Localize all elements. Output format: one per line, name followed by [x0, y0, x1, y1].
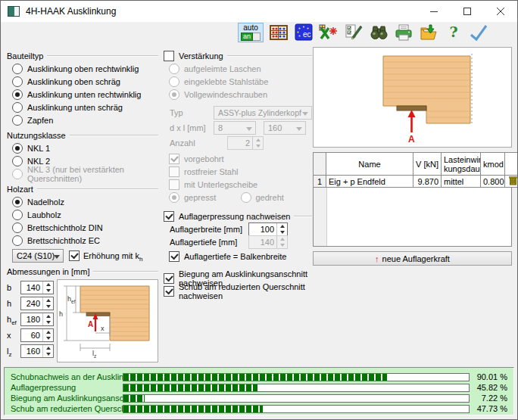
edit-checklist-button[interactable] [344, 23, 364, 42]
radio-bsh-ec[interactable]: Brettschichtholz EC [7, 234, 158, 247]
lz-label: lz [92, 350, 96, 359]
import-button[interactable] [419, 23, 438, 42]
eurocode-button[interactable]: ec [294, 23, 314, 42]
cell-name[interactable]: Eig + p Endfeld [326, 176, 413, 188]
cell-kmod[interactable]: 0.800 [481, 176, 505, 188]
hef-spinner[interactable]: 180 [20, 313, 54, 326]
radio-laubholz[interactable]: Laubholz [7, 208, 158, 221]
result-label: Biegung am Ausklinkungsanschnitt [11, 394, 121, 403]
close-button[interactable] [484, 1, 517, 22]
spin-value: 160 [21, 345, 42, 357]
checkbox-tiefe-balkenbreite[interactable]: Auflagertiefe = Balkenbreite [164, 250, 312, 263]
new-support-load-button[interactable]: ↑ neue Auflagerkraft [313, 251, 512, 266]
window-title: 4H-HAAK Ausklinkung [26, 6, 417, 17]
radio-icon [12, 102, 23, 113]
field-label: lz [7, 347, 20, 356]
col-header-dauer: Lasteinwir- kungsdauer [442, 153, 481, 176]
spin-buttons[interactable] [276, 223, 287, 235]
b-spinner[interactable]: 140 [20, 281, 54, 294]
spin-value: 180 [21, 313, 42, 325]
toggle-slot [253, 33, 261, 41]
search-button[interactable] [369, 23, 388, 42]
spin-buttons[interactable] [42, 329, 53, 341]
minimize-button[interactable] [417, 1, 451, 22]
results-panel: Schubnachweis an der Ausklinkung 90.01 %… [4, 367, 514, 415]
table-row[interactable]: 1 Eig + p Endfeld 9.870 mittel 0.800 [314, 176, 518, 188]
radio-icon [169, 64, 179, 74]
radio-ausklinkung-unten-schraeg[interactable]: Ausklinkung unten schräg [7, 101, 158, 114]
help-button[interactable]: ? [444, 23, 463, 42]
field-hef: hef 180 [7, 311, 54, 327]
confirm-check-icon [469, 23, 488, 42]
radio-bsh-din[interactable]: Brettschichtholz DIN [7, 221, 158, 234]
radio-label: Zapfen [27, 116, 53, 125]
field-h: h 240 [7, 295, 54, 311]
auflagerpressung-checkbox[interactable]: Auflagerpressung nachweisen [164, 211, 290, 222]
maximize-button[interactable] [451, 1, 484, 22]
radio-label: Nadelholz [27, 198, 64, 207]
field-lz: lz 160 [7, 343, 54, 359]
folder-import-icon [420, 24, 438, 41]
checkbox-icon [69, 250, 80, 261]
confirm-button[interactable] [469, 23, 488, 42]
trash-icon [509, 176, 517, 185]
progress-bar [123, 384, 470, 392]
corner-cell [314, 153, 326, 176]
auto-label: auto [243, 24, 257, 32]
radio-label: gedreht [256, 193, 284, 202]
radio-ausklinkung-oben-rechtwinklig[interactable]: Ausklinkung oben rechtwinklig [7, 62, 158, 75]
delete-row-button[interactable] [505, 176, 518, 188]
row-number: 1 [314, 176, 326, 188]
spin-buttons[interactable] [42, 345, 53, 357]
checklist-pencil-icon [345, 24, 363, 41]
h-spinner[interactable]: 240 [20, 297, 54, 310]
row-gutter [314, 188, 327, 246]
cell-dauer[interactable]: mittel [442, 176, 481, 188]
radio-icon [12, 115, 23, 126]
checkbox-schub[interactable]: Schub am reduzierten Querschnitt nachwei… [164, 285, 312, 297]
result-value: 45.82 % [474, 383, 507, 392]
delete-loads-button[interactable] [319, 23, 339, 42]
col-header-kmod: kmod [481, 153, 505, 176]
group-caption: Abmessungen in [mm] [7, 267, 89, 276]
group-holzart: Holzart [7, 183, 158, 195]
d-value: 8 [218, 123, 223, 132]
radio-ausklinkung-oben-schraeg[interactable]: Ausklinkung oben schräg [7, 75, 158, 88]
radio-ausklinkung-unten-rechtwinklig[interactable]: Ausklinkung unten rechtwinklig [7, 88, 158, 101]
grade-select[interactable]: C24 (S10) [12, 249, 64, 263]
verstaerkung-checkbox[interactable]: Verstärkung [164, 51, 223, 61]
radio-zapfen[interactable]: Zapfen [7, 114, 158, 126]
field-label: x [7, 331, 20, 340]
radio-nkl1[interactable]: NKL 1 [7, 142, 158, 154]
group-rule [37, 188, 158, 190]
spin-buttons[interactable] [42, 282, 53, 294]
lz-spinner[interactable]: 160 [20, 344, 54, 358]
auflagerbreite-spinner[interactable]: 100 [248, 222, 288, 236]
radio-icon [12, 197, 23, 207]
checkbox-icon [164, 286, 174, 297]
radio-icon [12, 89, 23, 100]
cell-v[interactable]: 9.870 [413, 176, 442, 188]
button-label: neue Auflagerkraft [382, 254, 450, 263]
radio-gedreht: gedreht [241, 191, 313, 204]
chevron-down-icon [296, 127, 302, 131]
toolbar: auto an ec [1, 22, 517, 43]
group-auflagerpressung: Auflagerpressung nachweisen [164, 210, 312, 222]
print-button[interactable] [394, 23, 413, 42]
spin-buttons[interactable] [42, 297, 53, 310]
spin-buttons[interactable] [42, 313, 53, 325]
load-table-button[interactable] [269, 23, 289, 42]
auto-an-toggle-button[interactable]: auto an [238, 23, 264, 42]
group-rule [93, 271, 158, 272]
group-caption: Holzart [7, 185, 33, 194]
group-bauteiltyp: Bauteiltyp [7, 50, 158, 62]
kh-checkbox[interactable]: Erhöhung mit kh [69, 250, 142, 261]
radio-icon [12, 64, 23, 74]
left-column: Bauteiltyp Ausklinkung oben rechtwinklig… [7, 47, 158, 362]
radio-nadelholz[interactable]: Nadelholz [7, 195, 158, 208]
checkbox-icon [169, 154, 179, 164]
radio-label: aufgeleimte Laschen [184, 64, 261, 73]
radio-icon [241, 192, 251, 203]
group-caption: Auflagerpressung nachweisen [179, 212, 290, 221]
x-spinner[interactable]: 60 [20, 328, 54, 342]
